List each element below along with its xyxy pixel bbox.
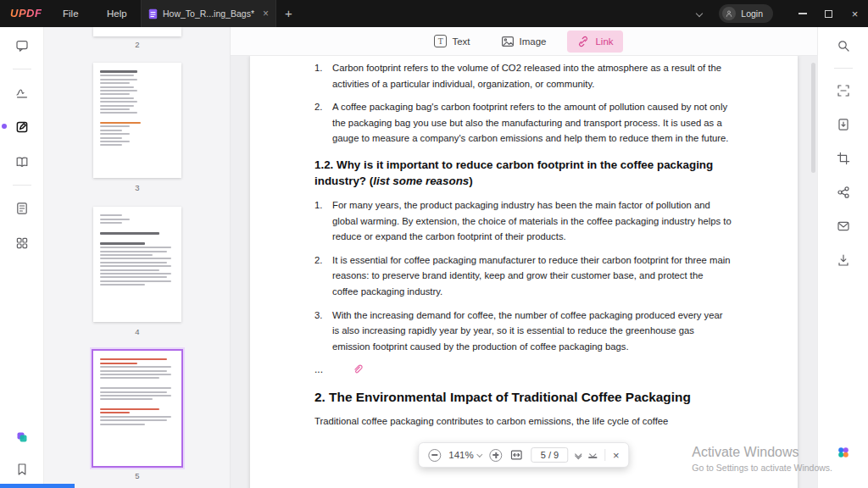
list-number: 2. [314, 252, 332, 300]
zoom-in-button[interactable] [490, 449, 503, 462]
organize-pages-tool-icon[interactable] [10, 231, 34, 255]
updf-logo: UPDF [10, 7, 42, 19]
thumbnail-page-5[interactable] [93, 351, 181, 466]
updf-app-window: UPDF File Help How_To_R...ing_Bags* × + … [0, 0, 868, 488]
right-sidebar [817, 27, 868, 488]
ocr-icon[interactable] [832, 79, 855, 103]
list-item: 1. Carbon footprint refers to the volume… [314, 60, 732, 92]
document-tab[interactable]: How_To_R...ing_Bags* × [141, 0, 276, 27]
ellipsis-row: ... [314, 363, 732, 375]
list-item: 2. It is essential for coffee packaging … [314, 252, 732, 300]
list-number: 1. [314, 60, 332, 92]
taskbar-sliver [0, 484, 75, 488]
zoombar-close-icon[interactable]: × [613, 449, 620, 462]
menu-help[interactable]: Help [100, 0, 134, 27]
document-viewport: 1. Carbon footprint refers to the volume… [231, 56, 817, 488]
link-attachment-icon[interactable] [352, 363, 364, 375]
thumbnail-page-2[interactable] [93, 27, 181, 36]
image-tool-button[interactable]: Image [492, 30, 556, 53]
window-controls: × [789, 0, 868, 27]
image-icon [501, 35, 515, 48]
link-tool-label: Link [595, 36, 613, 47]
thumbnail-page-3[interactable] [93, 63, 181, 178]
login-button[interactable]: Login [719, 4, 773, 23]
tab-title: How_To_R...ing_Bags* [163, 8, 258, 19]
next-page-double-chevron-icon[interactable] [576, 453, 581, 457]
new-tab-button[interactable]: + [285, 6, 292, 20]
menu-file[interactable]: File [56, 0, 86, 27]
section-heading-1-2: 1.2. Why is it important to reduce carbo… [314, 157, 732, 190]
thumbnail-label-4: 4 [93, 327, 181, 336]
activate-windows-watermark: Activate Windows Go to Settings to activ… [692, 445, 832, 473]
share-icon[interactable] [832, 180, 855, 204]
mail-icon[interactable] [832, 214, 855, 238]
chevron-down-icon[interactable] [696, 10, 703, 17]
link-icon [576, 35, 590, 48]
login-label: Login [741, 8, 763, 19]
list-number: 2. [314, 99, 332, 147]
section-heading-2: 2. The Environmental Impact of Tradition… [314, 388, 732, 406]
last-page-icon[interactable] [588, 452, 597, 458]
form-tool-icon[interactable] [10, 197, 34, 220]
list-text: For many years, the product packaging in… [332, 197, 732, 245]
list-number: 1. [314, 197, 332, 245]
minimize-button[interactable] [789, 0, 815, 27]
thumbnail-label-5: 5 [93, 471, 181, 480]
search-icon[interactable] [832, 34, 855, 58]
crop-icon[interactable] [832, 147, 855, 170]
edit-pdf-tool-icon[interactable] [10, 115, 34, 139]
list-number: 3. [314, 308, 332, 355]
avatar [722, 7, 736, 20]
maximize-button[interactable] [815, 0, 842, 27]
reader-tool-icon[interactable] [10, 150, 34, 174]
watermark-line2: Go to Settings to activate Windows. [692, 463, 832, 473]
list-text: With the increasing demand for coffee, t… [332, 308, 732, 355]
active-tool-indicator [2, 124, 7, 129]
close-button[interactable]: × [842, 0, 868, 27]
document-icon [148, 8, 158, 19]
link-tool-button[interactable]: Link [567, 30, 622, 53]
download-icon[interactable] [832, 248, 855, 272]
image-tool-label: Image [520, 36, 547, 47]
tab-close-icon[interactable]: × [263, 8, 269, 19]
watermark-line1: Activate Windows [692, 445, 832, 460]
layers-feature-icon[interactable] [10, 425, 34, 449]
list-text: It is essential for coffee packaging man… [332, 252, 732, 300]
heading-text: ) [469, 175, 472, 187]
page-thumbnails-panel: 2 3 4 [44, 27, 231, 488]
list-item: 3. With the increasing demand for coffee… [314, 308, 732, 355]
text-tool-button[interactable]: T Text [425, 30, 479, 52]
text-icon: T [434, 35, 447, 47]
divider [604, 449, 605, 461]
divider [834, 68, 853, 69]
zoom-out-button[interactable] [428, 449, 441, 462]
text-tool-label: Text [452, 36, 470, 47]
fit-width-icon[interactable] [510, 448, 524, 462]
divider [13, 69, 31, 69]
paragraph: Traditional coffee packaging contributes… [314, 413, 732, 430]
ellipsis-text: ... [314, 363, 323, 375]
list-text: Carbon footprint refers to the volume of… [332, 60, 732, 92]
list-text: A coffee packaging bag's carbon footprin… [332, 99, 732, 147]
titlebar: UPDF File Help How_To_R...ing_Bags* × + … [0, 0, 868, 27]
bookmark-icon[interactable] [10, 458, 34, 481]
zoom-toolbar: 141% 5 / 9 × [418, 442, 629, 468]
divider [13, 185, 31, 186]
list-item: 2. A coffee packaging bag's carbon footp… [314, 99, 732, 147]
comment-tool-icon[interactable] [10, 34, 34, 58]
thumbnail-label-3: 3 [93, 183, 181, 192]
thumbnail-page-4[interactable] [93, 207, 181, 322]
page-indicator[interactable]: 5 / 9 [531, 447, 568, 463]
pdf-page-content: 1. Carbon footprint refers to the volume… [250, 56, 798, 430]
export-pdf-icon[interactable] [832, 113, 855, 136]
document-scrollbar[interactable] [811, 63, 815, 173]
zoom-level-value: 141% [448, 450, 473, 460]
ai-assistant-icon[interactable] [832, 441, 855, 464]
edit-toolbar: T Text Image Link [231, 27, 817, 56]
list-item: 1. For many years, the product packaging… [314, 197, 732, 245]
zoom-level-select[interactable]: 141% [448, 450, 481, 460]
pdf-page[interactable]: 1. Carbon footprint refers to the volume… [250, 56, 798, 488]
heading-italic-text: list some reasons [373, 175, 469, 187]
left-sidebar [0, 27, 44, 488]
signature-tool-icon[interactable] [10, 80, 34, 104]
